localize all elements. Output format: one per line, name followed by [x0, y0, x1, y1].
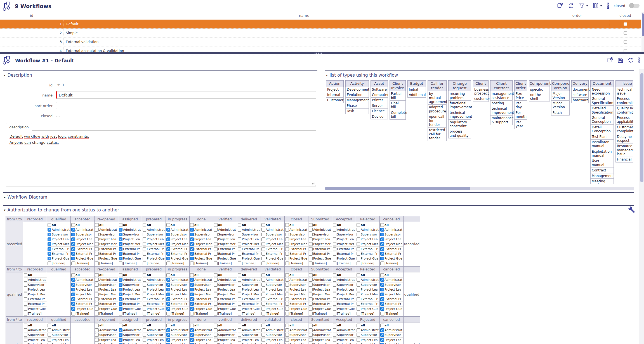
- profile-checkbox[interactable]: [333, 247, 336, 251]
- profile-checkbox[interactable]: [285, 312, 289, 315]
- profile-checkbox[interactable]: [119, 302, 122, 306]
- profile-checkbox[interactable]: [261, 257, 265, 260]
- type-item[interactable]: Installaton manual: [590, 139, 614, 149]
- type-item[interactable]: open call for tender: [428, 114, 447, 128]
- profile-checkbox[interactable]: [357, 252, 360, 256]
- profile-checkbox[interactable]: [357, 257, 360, 260]
- profile-checkbox[interactable]: [214, 297, 218, 301]
- profile-checkbox[interactable]: [261, 343, 265, 344]
- profile-checkbox[interactable]: [309, 223, 313, 227]
- profile-checkbox[interactable]: [357, 288, 360, 291]
- profile-checkbox[interactable]: [166, 223, 170, 227]
- profile-checkbox[interactable]: [238, 242, 241, 246]
- profile-checkbox[interactable]: [380, 283, 384, 287]
- collapse-arrow-icon[interactable]: ▾: [326, 74, 328, 77]
- profile-checkbox[interactable]: [95, 223, 99, 227]
- profile-checkbox[interactable]: [380, 252, 384, 256]
- profile-checkbox[interactable]: [238, 257, 241, 260]
- type-item[interactable]: restricted call for tender: [428, 127, 447, 141]
- profile-checkbox[interactable]: [380, 343, 384, 344]
- profile-checkbox[interactable]: [380, 278, 384, 282]
- profile-checkbox[interactable]: [214, 273, 218, 277]
- profile-checkbox[interactable]: [166, 278, 170, 282]
- profile-checkbox[interactable]: [261, 273, 265, 277]
- profile-checkbox[interactable]: [238, 247, 241, 251]
- profile-checkbox[interactable]: [24, 297, 27, 301]
- profile-checkbox[interactable]: [95, 242, 99, 246]
- profile-checkbox[interactable]: [95, 307, 99, 311]
- profile-checkbox[interactable]: [357, 223, 360, 227]
- profile-checkbox[interactable]: [357, 328, 360, 332]
- profile-checkbox[interactable]: [380, 333, 384, 337]
- profile-checkbox[interactable]: [166, 228, 170, 232]
- profile-checkbox[interactable]: [95, 338, 99, 342]
- profile-checkbox[interactable]: [166, 257, 170, 260]
- profile-checkbox[interactable]: [261, 312, 265, 315]
- profile-checkbox[interactable]: [309, 307, 313, 311]
- profile-checkbox[interactable]: [95, 252, 99, 256]
- profile-checkbox[interactable]: [166, 283, 170, 287]
- profile-checkbox[interactable]: [71, 293, 75, 296]
- profile-checkbox[interactable]: [261, 324, 265, 327]
- profile-checkbox[interactable]: [166, 247, 170, 251]
- profile-checkbox[interactable]: [95, 273, 99, 277]
- profile-checkbox[interactable]: [309, 302, 313, 306]
- profile-checkbox[interactable]: [119, 293, 122, 296]
- wrench-icon[interactable]: [628, 206, 635, 213]
- profile-checkbox[interactable]: [71, 302, 75, 306]
- profile-checkbox[interactable]: [71, 288, 75, 291]
- type-item[interactable]: Per year: [514, 119, 527, 129]
- profile-checkbox[interactable]: [119, 228, 122, 232]
- profile-checkbox[interactable]: [238, 338, 241, 342]
- reset-icon[interactable]: [627, 57, 634, 63]
- closed-checkbox[interactable]: [56, 113, 60, 117]
- profile-checkbox[interactable]: [285, 242, 289, 246]
- type-item[interactable]: Internal: [326, 92, 344, 98]
- profile-checkbox[interactable]: [24, 338, 27, 342]
- profile-checkbox[interactable]: [71, 228, 75, 232]
- profile-checkbox[interactable]: [190, 273, 194, 277]
- profile-checkbox[interactable]: [24, 278, 27, 282]
- profile-checkbox[interactable]: [261, 252, 265, 256]
- profile-checkbox[interactable]: [143, 223, 146, 227]
- profile-checkbox[interactable]: [143, 228, 146, 232]
- profile-checkbox[interactable]: [143, 237, 146, 241]
- type-item[interactable]: Server: [371, 103, 388, 109]
- profile-checkbox[interactable]: [143, 257, 146, 260]
- profile-checkbox[interactable]: [190, 261, 194, 265]
- profile-checkbox[interactable]: [357, 237, 360, 241]
- profile-checkbox[interactable]: [190, 233, 194, 236]
- profile-checkbox[interactable]: [309, 333, 313, 337]
- profile-checkbox[interactable]: [238, 273, 241, 277]
- profile-checkbox[interactable]: [357, 297, 360, 301]
- type-item[interactable]: Final bill: [390, 100, 406, 110]
- type-item[interactable]: Project: [326, 87, 344, 92]
- profile-checkbox[interactable]: [261, 328, 265, 332]
- type-item[interactable]: Per month: [514, 110, 527, 120]
- profile-checkbox[interactable]: [143, 333, 146, 337]
- vertical-scrollbar[interactable]: [641, 12, 644, 52]
- profile-checkbox[interactable]: [238, 223, 241, 227]
- profile-checkbox[interactable]: [333, 237, 336, 241]
- profile-checkbox[interactable]: [261, 233, 265, 236]
- type-item[interactable]: technical improvement: [448, 110, 471, 120]
- profile-checkbox[interactable]: [119, 338, 122, 342]
- profile-checkbox[interactable]: [357, 283, 360, 287]
- profile-checkbox[interactable]: [238, 228, 241, 232]
- profile-checkbox[interactable]: [238, 278, 241, 282]
- profile-checkbox[interactable]: [380, 338, 384, 342]
- profile-checkbox[interactable]: [119, 297, 122, 301]
- type-item[interactable]: User manual: [590, 158, 614, 168]
- profile-checkbox[interactable]: [238, 252, 241, 256]
- add-icon[interactable]: [557, 2, 563, 9]
- profile-checkbox[interactable]: [357, 333, 360, 337]
- profile-checkbox[interactable]: [190, 328, 194, 332]
- row-closed-checkbox[interactable]: [624, 31, 627, 35]
- scrollbar-thumb[interactable]: [642, 13, 644, 36]
- profile-checkbox[interactable]: [190, 297, 194, 301]
- profile-checkbox[interactable]: [309, 247, 313, 251]
- profile-checkbox[interactable]: [238, 283, 241, 287]
- profile-checkbox[interactable]: [357, 228, 360, 232]
- profile-checkbox[interactable]: [214, 261, 218, 265]
- profile-checkbox[interactable]: [24, 293, 27, 296]
